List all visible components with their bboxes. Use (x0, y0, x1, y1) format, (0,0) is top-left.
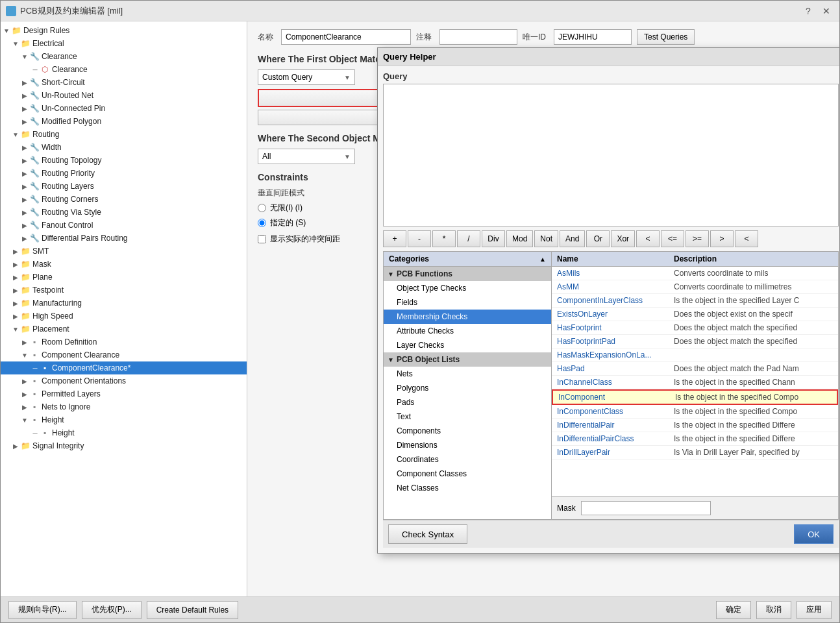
priority-button[interactable]: 优先权(P)... (82, 601, 142, 619)
tree-item-manufacturing[interactable]: ▶ 📁 Manufacturing (1, 297, 247, 310)
cat-dimensions[interactable]: Dimensions (384, 438, 551, 452)
op-and[interactable]: And (560, 230, 585, 247)
tree-item-permitted-layers[interactable]: ▶ ▪ Permitted Layers (1, 387, 247, 400)
cat-pcb-object-lists[interactable]: ▼ PCB Object Lists (384, 352, 551, 367)
tree-item-smt[interactable]: ▶ 📁 SMT (1, 245, 247, 258)
tree-item-routing[interactable]: ▼ 📁 Routing (1, 128, 247, 141)
cat-fields[interactable]: Fields (384, 295, 551, 310)
check-syntax-button[interactable]: Check Syntax (388, 524, 467, 544)
tree-item-component-clearance[interactable]: ▼ ▪ Component Clearance (1, 348, 247, 361)
cat-attribute-checks[interactable]: Attribute Checks (384, 324, 551, 338)
op-lt2[interactable]: < (735, 230, 758, 247)
tree-item-component-orientations[interactable]: ▶ ▪ Component Orientations (1, 374, 247, 387)
tree-item-height[interactable]: ▼ ▪ Height (1, 413, 247, 426)
op-or[interactable]: Or (586, 230, 610, 247)
op-mod[interactable]: Mod (506, 230, 533, 247)
cat-coordinates[interactable]: Coordinates (384, 452, 551, 467)
comment-input[interactable] (439, 29, 517, 45)
ok-button[interactable]: OK (794, 524, 834, 544)
radio-infinite-input[interactable] (258, 204, 266, 212)
name-row-component-in-layer-class[interactable]: ComponentInLayerClass Is the object in t… (552, 294, 838, 308)
query-type-dropdown[interactable]: Custom Query ▼ (258, 69, 355, 85)
cat-object-type-checks[interactable]: Object Type Checks (384, 281, 551, 295)
query-textarea[interactable] (383, 84, 839, 226)
name-row-asmils[interactable]: AsMils Converts coordinate to mils (552, 267, 838, 280)
tree-item-mask[interactable]: ▶ 📁 Mask (1, 258, 247, 271)
second-object-dropdown[interactable]: All ▼ (258, 149, 355, 164)
tree-item-fanout-control[interactable]: ▶ 🔧 Fanout Control (1, 219, 247, 232)
name-row-asmm[interactable]: AsMM Converts coordinate to millimetres (552, 280, 838, 294)
help-button[interactable]: ? (800, 5, 816, 18)
tree-item-placement[interactable]: ▼ 📁 Placement (1, 323, 247, 336)
show-actual-gap-checkbox[interactable] (258, 235, 266, 243)
op-xor[interactable]: Xor (611, 230, 635, 247)
tree-item-testpoint[interactable]: ▶ 📁 Testpoint (1, 284, 247, 297)
tree-item-routing-priority[interactable]: ▶ 🔧 Routing Priority (1, 167, 247, 180)
tree-item-electrical[interactable]: ▼ 📁 Electrical (1, 37, 247, 50)
cat-membership-checks[interactable]: Membership Checks (384, 310, 551, 324)
radio-specified-input[interactable] (258, 219, 266, 227)
name-row-has-mask-expansion[interactable]: HasMaskExpansionOnLa... (552, 348, 838, 362)
tree-item-short-circuit[interactable]: ▶ 🔧 Short-Circuit (1, 76, 247, 89)
op-lt[interactable]: < (636, 230, 660, 247)
name-input[interactable] (281, 29, 411, 45)
tree-item-height-rule[interactable]: ─ ▪ Height (1, 426, 247, 439)
name-row-exists-on-layer[interactable]: ExistsOnLayer Does the object exist on t… (552, 308, 838, 321)
cat-polygons[interactable]: Polygons (384, 381, 551, 395)
mask-input[interactable] (581, 501, 711, 515)
tree-item-signal-integrity[interactable]: ▶ 📁 Signal Integrity (1, 439, 247, 452)
confirm-button[interactable]: 确定 (716, 601, 751, 619)
name-row-in-differential-pair-class[interactable]: InDifferentialPairClass Is the object in… (552, 432, 838, 446)
name-row-in-component[interactable]: InComponent Is the object in the specifi… (552, 389, 838, 405)
op-divide[interactable]: / (457, 230, 480, 247)
tree-item-width[interactable]: ▶ 🔧 Width (1, 141, 247, 154)
tree-item-high-speed[interactable]: ▶ 📁 High Speed (1, 310, 247, 323)
tree-item-diff-pairs[interactable]: ▶ 🔧 Differential Pairs Routing (1, 232, 247, 245)
name-row-in-differential-pair[interactable]: InDifferentialPair Is the object in the … (552, 419, 838, 432)
cat-components[interactable]: Components (384, 424, 551, 438)
cat-component-classes[interactable]: Component Classes (384, 467, 551, 481)
apply-button[interactable]: 应用 (797, 601, 832, 619)
name-row-in-channel-class[interactable]: InChannelClass Is the object in the spec… (552, 376, 838, 389)
op-gte[interactable]: >= (686, 230, 709, 247)
op-lte[interactable]: <= (661, 230, 684, 247)
cat-pcb-functions[interactable]: ▼ PCB Functions (384, 267, 551, 281)
name-row-in-drill-layer-pair[interactable]: InDrillLayerPair Is Via in Drill Layer P… (552, 446, 838, 459)
op-div[interactable]: Div (482, 230, 505, 247)
tree-item-component-clearance-rule[interactable]: ─ ▪ ComponentClearance* (1, 361, 247, 374)
op-not[interactable]: Not (534, 230, 558, 247)
tree-item-room-definition[interactable]: ▶ ▪ Room Definition (1, 336, 247, 348)
cancel-button[interactable]: 取消 (756, 601, 791, 619)
op-minus[interactable]: - (408, 230, 431, 247)
op-multiply[interactable]: * (432, 230, 456, 247)
tree-item-nets-to-ignore[interactable]: ▶ ▪ Nets to Ignore (1, 400, 247, 413)
name-row-in-component-class[interactable]: InComponentClass Is the object in the sp… (552, 405, 838, 419)
tree-item-clearance-group[interactable]: ▼ 🔧 Clearance (1, 50, 247, 63)
cat-nets[interactable]: Nets (384, 367, 551, 381)
uid-input[interactable] (554, 29, 632, 45)
op-gt[interactable]: > (710, 230, 734, 247)
tree-item-un-routed-net[interactable]: ▶ 🔧 Un-Routed Net (1, 89, 247, 102)
cat-layer-checks[interactable]: Layer Checks (384, 338, 551, 352)
cat-text[interactable]: Text (384, 409, 551, 424)
test-queries-button[interactable]: Test Queries (637, 29, 695, 45)
tree-item-routing-layers[interactable]: ▶ 🔧 Routing Layers (1, 180, 247, 193)
tree-item-routing-topology[interactable]: ▶ 🔧 Routing Topology (1, 154, 247, 167)
close-button[interactable]: ✕ (819, 5, 834, 18)
tree-item-plane[interactable]: ▶ 📁 Plane (1, 271, 247, 284)
cat-net-classes[interactable]: Net Classes (384, 481, 551, 495)
chevron-down-icon: ▼ (344, 153, 351, 160)
tree-item-design-rules[interactable]: ▼ 📁 Design Rules (1, 24, 247, 37)
tree-item-clearance[interactable]: ─ ⬡ Clearance (1, 63, 247, 76)
op-plus[interactable]: + (383, 230, 406, 247)
create-default-rules-button[interactable]: Create Default Rules (147, 601, 238, 619)
tree-item-routing-corners[interactable]: ▶ 🔧 Routing Corners (1, 193, 247, 206)
name-row-has-pad[interactable]: HasPad Does the object match the Pad Nam (552, 362, 838, 376)
tree-item-un-connected-pin[interactable]: ▶ 🔧 Un-Connected Pin (1, 102, 247, 115)
tree-item-modified-polygon[interactable]: ▶ 🔧 Modified Polygon (1, 115, 247, 128)
name-row-has-footprint-pad[interactable]: HasFootprintPad Does the object match th… (552, 335, 838, 348)
rule-wizard-button[interactable]: 规则向导(R)... (8, 601, 77, 619)
tree-item-routing-via-style[interactable]: ▶ 🔧 Routing Via Style (1, 206, 247, 219)
name-row-has-footprint[interactable]: HasFootprint Does the object match the s… (552, 321, 838, 335)
cat-pads[interactable]: Pads (384, 395, 551, 409)
